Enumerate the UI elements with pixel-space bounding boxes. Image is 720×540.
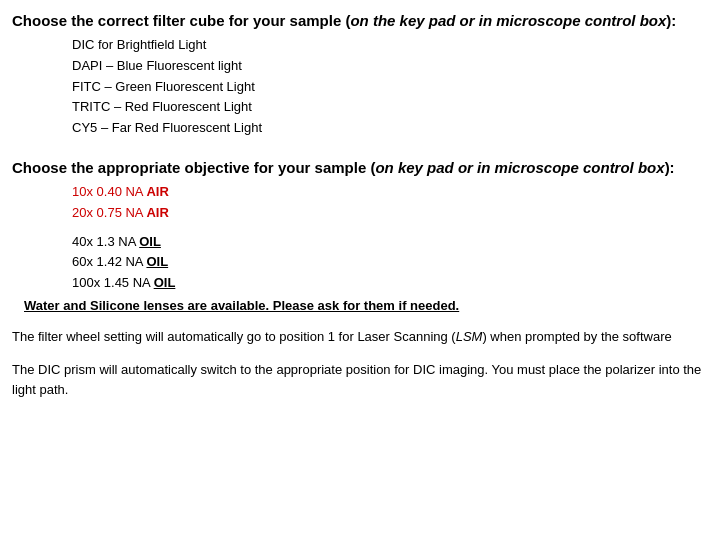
section2: Choose the appropriate objective for you… <box>12 157 708 313</box>
paragraph1-text-end: ) when prompted by the software <box>482 329 671 344</box>
list-item: CY5 – Far Red Fluorescent Light <box>72 118 708 139</box>
list-item: DAPI – Blue Fluorescent light <box>72 56 708 77</box>
paragraph1: The filter wheel setting will automatica… <box>12 327 708 347</box>
list-item: 20x 0.75 NA AIR <box>72 203 708 224</box>
list-item: DIC for Brightfield Light <box>72 35 708 56</box>
water-note: Water and Silicone lenses are available.… <box>24 298 708 313</box>
section1: Choose the correct filter cube for your … <box>12 10 708 139</box>
list-item: FITC – Green Fluorescent Light <box>72 77 708 98</box>
paragraph2: The DIC prism will automatically switch … <box>12 360 708 399</box>
section1-items: DIC for Brightfield Light DAPI – Blue Fl… <box>72 35 708 139</box>
section2-heading-text: Choose the appropriate objective for you… <box>12 159 675 176</box>
section1-heading-text: Choose the correct filter cube for your … <box>12 12 676 29</box>
paragraph1-text-start: The filter wheel setting will automatica… <box>12 329 456 344</box>
section2-items: 10x 0.40 NA AIR 20x 0.75 NA AIR 40x 1.3 … <box>72 182 708 294</box>
paragraph1-italic: LSM <box>456 329 483 344</box>
list-item: TRITC – Red Fluorescent Light <box>72 97 708 118</box>
list-item: 60x 1.42 NA OIL <box>72 252 708 273</box>
list-item: 10x 0.40 NA AIR <box>72 182 708 203</box>
list-item: 100x 1.45 NA OIL <box>72 273 708 294</box>
section1-heading: Choose the correct filter cube for your … <box>12 10 708 31</box>
list-item: 40x 1.3 NA OIL <box>72 232 708 253</box>
section2-heading: Choose the appropriate objective for you… <box>12 157 708 178</box>
